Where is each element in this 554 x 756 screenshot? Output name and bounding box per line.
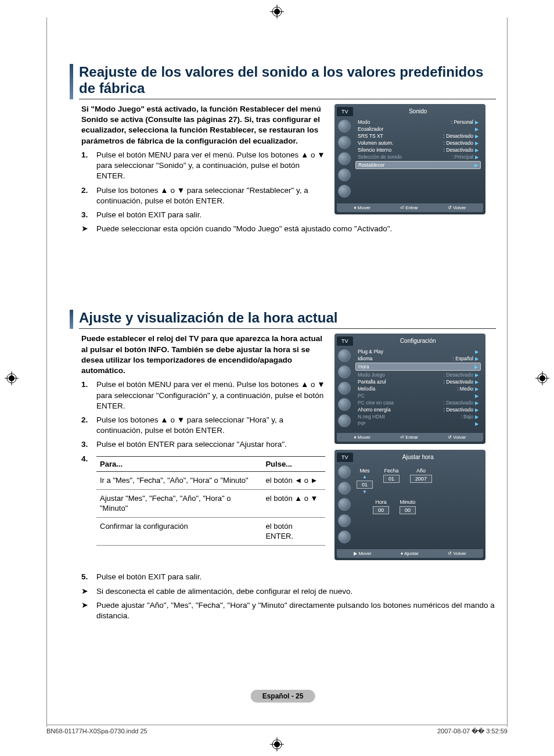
osd-foot-mover: ♦ Mover (354, 435, 370, 440)
table-cell: el botón ENTER. (262, 517, 325, 545)
osd-row: Restablecer▶ (355, 161, 481, 169)
osd-row: Modo: Personal▶ (357, 119, 480, 126)
step-number: 1. (81, 150, 92, 182)
osd-category-icon (338, 120, 351, 132)
section2-step3: Pulse el botón ENTER para seleccionar "A… (96, 439, 287, 450)
step-number: 4. (81, 454, 92, 546)
step-number: 2. (81, 185, 92, 206)
osd-row: SRS TS XT: Desactivado▶ (357, 132, 480, 139)
section1-title: Reajuste de los valores del sonido a los… (79, 64, 496, 99)
step-number: 3. (81, 210, 92, 220)
osd-foot-volver: ↺ Volver (448, 435, 466, 440)
clock-val-hora: 00 (373, 506, 389, 514)
press-table: Para...Pulse... Ir a "Mes", "Fecha", "Añ… (96, 456, 325, 546)
osd-tv-label: TV (337, 336, 353, 346)
section1-step2: Pulse los botones ▲ o ▼ para seleccionar… (96, 185, 325, 206)
section2-intro: Puede establecer el reloj del TV para qu… (70, 334, 325, 376)
osd-row: Plug & Play▶ (357, 348, 480, 355)
osd-row: Modo Juego: Desactivado▶ (357, 371, 480, 378)
section1-step1: Pulse el botón MENU para ver el menú. Pu… (96, 150, 325, 182)
table-cell: el botón ▲ o ▼ (262, 489, 325, 517)
osd-row: Silencio interno: Desactivado▶ (357, 146, 480, 153)
osd-foot-entrar: ⏎ Entrar (400, 205, 418, 210)
step-number: 1. (81, 379, 92, 411)
osd-foot-volver: ↺ Volver (448, 551, 466, 556)
step-number: 3. (81, 439, 92, 450)
osd-category-icon (338, 169, 351, 181)
osd-row: Idioma: Español▶ (357, 355, 480, 362)
clock-label-mes: Mes (360, 468, 370, 474)
osd-category-icon (338, 531, 351, 543)
osd-row: Melodía: Medio▶ (357, 385, 480, 392)
up-arrow-icon: ▲ (362, 475, 367, 479)
section1-step3: Pulse el botón EXIT para salir. (96, 210, 202, 220)
osd-config-title: Configuración (353, 336, 483, 346)
osd-tv-label: TV (337, 107, 353, 116)
registration-mark-left (3, 370, 20, 386)
osd-clock-title: Ajustar hora (353, 452, 483, 462)
clock-label-hora: Hora (375, 499, 387, 505)
osd-row: PC cine en casa: Desactivado▶ (357, 399, 480, 406)
clock-label-minuto: Minuto (400, 499, 416, 505)
osd-row: PC▶ (357, 392, 480, 399)
osd-foot-entrar: ⏎ Entrar (400, 435, 418, 440)
guide-line-left (46, 17, 47, 727)
page-number-badge: Español - 25 (251, 690, 315, 703)
heading-bar (70, 310, 73, 329)
step-number: 5. (81, 572, 92, 582)
osd-clock-panel: TV Ajustar hora (334, 450, 485, 560)
guide-line-right (507, 17, 508, 727)
osd-row: Ecualizador▶ (357, 126, 480, 132)
osd-category-icon (338, 482, 351, 495)
osd-category-icon (338, 152, 351, 165)
osd-row: PIP▶ (357, 420, 480, 427)
section2-step5: Pulse el botón EXIT para salir. (96, 572, 202, 582)
table-head-para: Para... (96, 456, 262, 472)
osd-row: Pantalla azul: Desactivado▶ (357, 378, 480, 385)
clock-label-fecha: Fecha (384, 468, 399, 474)
clock-val-fecha: 01 (383, 475, 400, 483)
osd-row: Hora▶ (355, 363, 481, 371)
section1-note: Puede seleccionar esta opción cuando "Mo… (96, 224, 392, 234)
clock-val-minuto: 00 (400, 506, 416, 514)
osd-row: Volumen autom.: Desactivado▶ (357, 139, 480, 146)
osd-category-icon (338, 465, 351, 478)
print-footer: BN68-01177H-X0Spa-0730.indd 25 2007-08-0… (46, 725, 508, 735)
osd-config-panel: TV Configuración Plug & Play▶Idioma: Esp… (334, 334, 485, 444)
note-arrow-icon: ➤ (81, 586, 92, 597)
note-arrow-icon: ➤ (81, 600, 92, 621)
osd-category-icon (338, 366, 351, 378)
osd-sound-panel: TV Sonido Modo: Personal▶Ecualizador▶SRS… (334, 104, 485, 214)
clock-val-mes: 01 (357, 481, 373, 489)
osd-category-icon (338, 398, 351, 411)
section1-heading: Reajuste de los valores del sonido a los… (70, 64, 496, 99)
osd-row: Ahorro energía: Desactivado▶ (357, 406, 480, 413)
clock-label-ano: Año (416, 468, 426, 474)
heading-bar (70, 64, 73, 99)
section2-title: Ajuste y visualización de la hora actual (79, 310, 496, 329)
step-number: 2. (81, 415, 92, 436)
registration-mark-right (534, 370, 551, 386)
table-cell: Ajustar "Mes", "Fecha", "Año", "Hora" o … (96, 489, 262, 517)
osd-category-icon (338, 382, 351, 395)
table-cell: el botón ◄ o ► (262, 472, 325, 490)
registration-mark-bottom (269, 736, 285, 753)
clock-val-ano: 2007 (410, 475, 432, 483)
print-date: 2007-08-07 �� 3:52:59 (437, 728, 508, 735)
osd-foot-mover: ▶ Mover (354, 551, 371, 556)
table-cell: Confirmar la configuración (96, 517, 262, 545)
section2-step1: Pulse el botón MENU para ver el menú. Pu… (96, 379, 325, 411)
osd-category-icon (338, 185, 351, 198)
osd-row: N.neg HDMI: Bajo▶ (357, 413, 480, 420)
osd-sound-title: Sonido (353, 106, 483, 116)
section2-note2: Puede ajustar "Año", "Mes", "Fecha", "Ho… (96, 600, 496, 621)
section2-note1: Si desconecta el cable de alimentación, … (96, 586, 352, 597)
osd-category-icon (338, 414, 351, 427)
osd-category-icon (338, 349, 351, 362)
registration-mark-top (269, 3, 285, 20)
osd-foot-ajustar: ♦ Ajustar (401, 551, 419, 556)
section2-step2: Pulse los botones ▲ o ▼ para seleccionar… (96, 415, 325, 436)
osd-category-icon (338, 136, 351, 149)
section1-intro: Si "Modo Juego" está activado, la funció… (70, 104, 325, 146)
section2-heading: Ajuste y visualización de la hora actual (70, 310, 496, 329)
